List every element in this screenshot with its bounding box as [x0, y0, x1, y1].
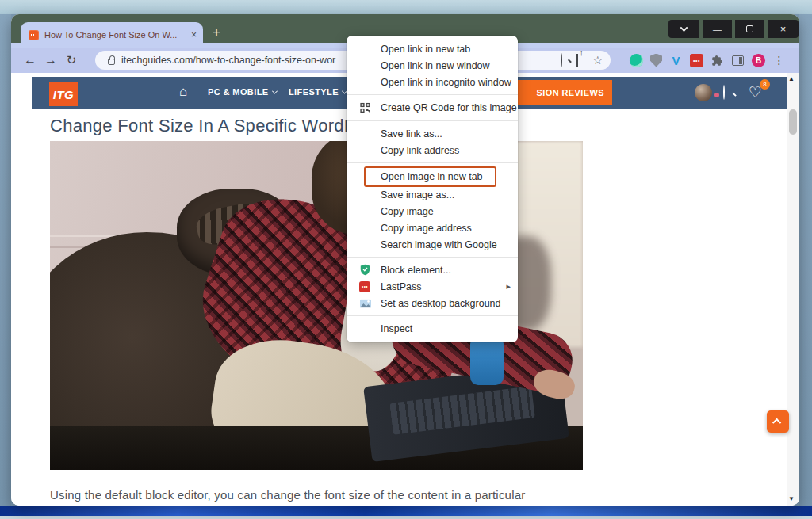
notification-dot	[714, 93, 719, 97]
menu-item-open-link-new-window[interactable]: Open link in new window	[347, 57, 518, 74]
chevron-down-icon	[680, 24, 688, 32]
profile-avatar-icon[interactable]: B	[752, 54, 765, 67]
menu-separator	[347, 120, 518, 121]
nav-label: PC & MOBILE	[208, 87, 269, 97]
menu-item-label: Create QR Code for this image	[381, 102, 517, 113]
desktop-wallpaper	[0, 506, 812, 516]
menu-separator	[347, 257, 518, 258]
bookmark-star-icon[interactable]: ☆	[592, 54, 603, 67]
share-icon[interactable]	[576, 54, 578, 67]
side-panel-icon[interactable]	[731, 54, 745, 67]
page-scrollbar[interactable]: ▲ ▼	[787, 73, 799, 506]
lastpass-icon: •••	[359, 281, 370, 292]
menu-item-label: LastPass	[381, 281, 421, 292]
vimium-extension-icon[interactable]: V	[669, 54, 683, 67]
forward-button[interactable]: →	[40, 53, 61, 67]
shield-icon	[359, 264, 371, 276]
sidebar-glyph	[732, 55, 744, 66]
lock-icon[interactable]	[108, 59, 115, 65]
menu-item-copy-image-address[interactable]: Copy image address	[347, 219, 518, 236]
back-to-top-button[interactable]	[767, 410, 789, 433]
desktop-right-edge	[799, 14, 812, 506]
submenu-arrow-icon: ▸	[506, 281, 511, 292]
screen: How To Change Font Size On W... × + — × …	[0, 0, 812, 519]
maximize-icon	[746, 25, 753, 32]
qr-code-icon	[359, 102, 371, 114]
scroll-up-icon[interactable]: ▲	[788, 75, 795, 82]
menu-separator	[347, 94, 518, 95]
menu-item-label: Block element...	[381, 265, 451, 276]
menu-item-copy-link-address[interactable]: Copy link address	[347, 142, 518, 158]
zoom-icon[interactable]	[561, 54, 562, 67]
tab-favicon-icon	[29, 30, 39, 40]
image-icon	[359, 297, 371, 309]
reload-button[interactable]: ↻	[61, 53, 82, 67]
nav-item-lifestyle[interactable]: LIFESTYLE	[289, 87, 347, 97]
user-avatar[interactable]	[695, 84, 712, 101]
window-minimize-button[interactable]: —	[703, 20, 732, 38]
lastpass-extension-icon[interactable]: •••	[690, 54, 703, 67]
extensions-puzzle-icon[interactable]	[710, 54, 724, 67]
context-menu: Open link in new tab Open link in new wi…	[347, 36, 518, 342]
menu-item-label: Set as desktop background	[381, 298, 501, 309]
menu-separator	[347, 315, 518, 316]
scrollbar-thumb[interactable]	[789, 109, 797, 135]
taskbar-edge	[0, 516, 812, 519]
reviews-button[interactable]: SION REVIEWS	[511, 80, 612, 105]
new-tab-button[interactable]: +	[208, 25, 225, 42]
grammarly-extension-icon[interactable]	[630, 54, 643, 67]
photo-coffee-cup	[470, 339, 504, 385]
desktop-left-edge	[0, 14, 11, 506]
menu-item-lastpass[interactable]: ••• LastPass ▸	[347, 278, 518, 295]
menu-item-save-link-as[interactable]: Save link as...	[347, 125, 518, 142]
menu-item-open-link-new-tab[interactable]: Open link in new tab	[347, 40, 518, 57]
magnifier-glyph	[561, 53, 562, 67]
wishlist-badge: 8	[760, 79, 770, 90]
nav-label: LIFESTYLE	[289, 87, 339, 97]
menu-item-save-image-as[interactable]: Save image as...	[347, 186, 518, 203]
home-icon[interactable]: ⌂	[179, 84, 187, 100]
browser-menu-icon[interactable]: ⋮	[772, 54, 786, 67]
share-glyph	[576, 54, 578, 67]
tab-title: How To Change Font Size On W...	[44, 30, 188, 40]
shield-extension-icon[interactable]	[650, 54, 662, 67]
site-search-icon[interactable]	[723, 86, 725, 100]
chevron-up-icon	[772, 418, 781, 427]
desktop-top-strip	[0, 0, 812, 14]
back-button[interactable]: ←	[20, 53, 40, 67]
magnifier-glyph	[723, 85, 725, 100]
menu-item-block-element[interactable]: Block element...	[347, 261, 518, 278]
menu-separator	[347, 162, 518, 163]
extensions-row: V ••• B ⋮	[620, 48, 799, 73]
window-maximize-button[interactable]	[735, 20, 764, 38]
menu-item-open-link-incognito[interactable]: Open link in incognito window	[347, 74, 518, 90]
menu-item-set-desktop-background[interactable]: Set as desktop background	[347, 295, 518, 311]
scroll-down-icon[interactable]: ▼	[788, 495, 795, 502]
menu-item-open-image-new-tab[interactable]: Open image in new tab	[347, 167, 518, 186]
menu-item-inspect[interactable]: Inspect	[347, 320, 518, 338]
nav-item-pc-mobile[interactable]: PC & MOBILE	[208, 87, 277, 97]
menu-item-create-qr-code[interactable]: Create QR Code for this image	[347, 99, 518, 116]
site-logo[interactable]: ITG	[49, 82, 78, 106]
article-paragraph: Using the default block editor, you can …	[50, 488, 589, 502]
chevron-down-icon	[271, 88, 277, 93]
window-chevron-button[interactable]	[668, 20, 699, 38]
window-close-button[interactable]: ×	[768, 20, 799, 38]
menu-item-copy-image[interactable]: Copy image	[347, 203, 518, 219]
browser-tab[interactable]: How To Change Font Size On W... ×	[21, 22, 203, 48]
tab-close-icon[interactable]: ×	[191, 30, 197, 40]
menu-item-search-image-google[interactable]: Search image with Google	[347, 236, 518, 253]
